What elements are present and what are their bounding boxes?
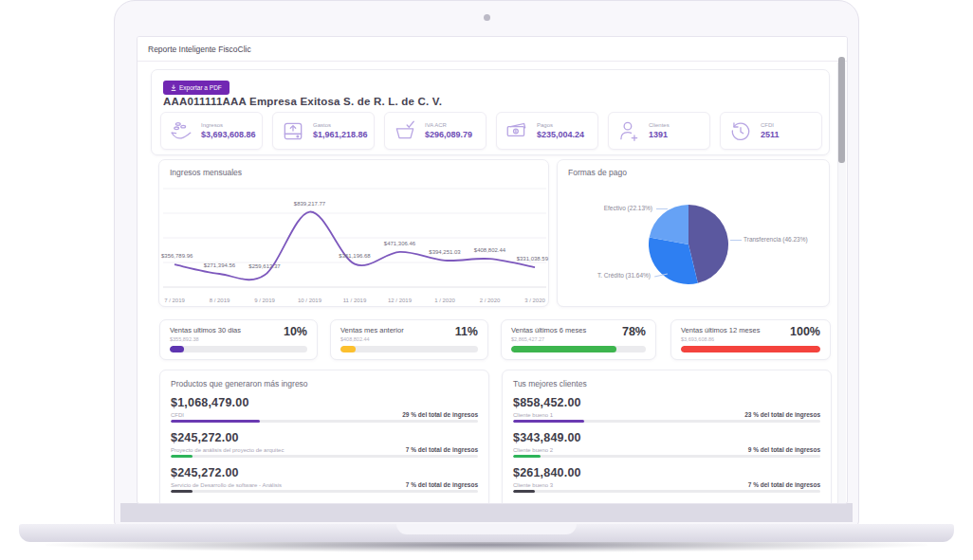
list-item: $261,840.00 Cliente bueno 3 7 % del tota… [513,466,820,493]
item-amount: $192,854.00 [171,501,478,504]
list-item: $245,272.00 Proyecto de análisis del pro… [171,431,478,458]
kpi-value: 2511 [761,130,780,139]
kpi-row: Ingresos $3,693,608.86 Gastos $1,961,218… [160,112,822,150]
progress-fill [681,346,820,352]
point-label: $331,038.59 [517,256,549,262]
pie-label-efectivo: Efectivo (22.13%) [604,205,652,211]
item-share: 23 % del total de ingresos [744,411,820,418]
item-bar-fill [171,420,260,423]
kpi-label: Pagos [537,122,584,128]
laptop-base [19,524,954,542]
progress-fill [511,346,616,352]
kpi-value: 1391 [649,130,670,139]
sales-card-percent: 11% [455,325,478,338]
kpi-value: $3,693,608.86 [201,130,256,139]
page-title: Reporte Inteligente FiscoClic [148,45,251,54]
point-label: $839,217.77 [294,201,326,207]
kpi-value: $235,004.24 [537,130,584,139]
download-icon [171,84,176,91]
progress-fill [340,346,356,352]
point-label: $259,613.37 [248,263,281,269]
basket-check-icon [393,118,417,143]
kpi-label: IVA ACR [425,122,472,128]
x-axis-label: 1 / 2020 [434,298,455,303]
item-bar-track [513,455,820,458]
pie-leader-line [656,208,668,209]
kpi-pagos: Pagos $235,004.24 [496,112,598,150]
item-amount: $146,848.00 [513,501,820,504]
item-share: 7 % del total de ingresos [748,481,820,488]
x-axis-label: 12 / 2019 [388,298,413,303]
sales-card-percent: 78% [622,325,646,338]
item-label: Servicio de Desarrollo de software - Aná… [171,482,282,488]
kpi-label: Gastos [313,122,368,128]
pie-label-tcredito: T. Crédito (31.64%) [597,272,651,279]
payment-methods-chart-card: Formas de pago Efectivo (22.13%) Transfe… [557,159,830,307]
point-label: $408,802.44 [474,247,506,253]
point-label: $356,789.96 [161,253,193,259]
progress-track [170,346,307,352]
sales-30-days-card: Ventas ultimos 30 dias 10% $355,892.38 [159,319,318,360]
x-axis-label: 3 / 2020 [524,298,545,303]
top-products-card: Productos que generaron más ingreso $1,0… [159,370,489,504]
item-label: CFDI [171,412,184,418]
item-bar-track [171,455,478,458]
x-axis-label: 10 / 2019 [298,298,322,303]
sales-card-percent: 10% [284,325,307,338]
summary-card: Exportar a PDF AAA011111AAA Empresa Exit… [151,69,830,155]
item-bar-track [171,420,478,423]
item-amount: $1,068,479.00 [171,396,478,409]
kpi-ingresos: Ingresos $3,693,608.86 [160,112,263,150]
item-bar-fill [513,490,535,493]
export-pdf-button[interactable]: Exportar a PDF [163,81,229,95]
person-add-icon [616,118,641,143]
item-amount: $261,840.00 [513,466,820,479]
scrollbar-thumb[interactable] [838,57,845,163]
kpi-clientes: Clientes 1391 [608,112,710,150]
hand-coins-icon [169,118,193,143]
item-bar-track [513,490,820,493]
list-item: $192,854.00 [171,501,478,504]
list-item: $1,068,479.00 CFDI 29 % del total de ing… [171,396,478,423]
kpi-label: CFDI [761,122,780,128]
progress-track [511,346,646,352]
item-bar-fill [171,455,193,458]
monthly-income-chart-card: Ingresos mensuales $356,789.96$271,394.5… [158,159,549,307]
item-share: 29 % del total de ingresos [402,411,478,418]
item-bar-fill [171,490,193,493]
laptop-notch [396,524,577,534]
cash-icon [505,118,529,143]
list-item: $245,272.00 Servicio de Desarrollo de so… [171,466,478,493]
income-line-series [174,211,535,280]
kpi-value: $1,961,218.86 [313,130,368,139]
kpi-label: Clientes [649,122,670,128]
app-window: Reporte Inteligente FiscoClic Exportar a… [137,36,848,504]
item-bar-fill [513,420,584,423]
laptop-lid: Reporte Inteligente FiscoClic Exportar a… [114,0,859,527]
kpi-iva-acr: IVA ACR $296,089.79 [384,112,486,150]
x-axis-label: 9 / 2019 [254,298,275,303]
item-amount: $343,849.00 [513,431,820,444]
item-label: Cliente bueno 2 [513,447,553,453]
x-axis-label: 11 / 2019 [343,298,367,303]
item-amount: $858,452.00 [513,396,820,409]
x-axis-label: 7 / 2019 [164,298,185,303]
top-clients-card: Tus mejores clientes $858,452.00 Cliente… [502,370,832,504]
company-name: AAA011111AAA Empresa Exitosa S. de R. L.… [163,96,442,107]
app-header: Reporte Inteligente FiscoClic [138,37,847,62]
sales-6-months-card: Ventas últimos 6 meses 78% $2,865,427.27 [501,319,656,360]
progress-fill [170,346,184,352]
item-label: Cliente bueno 1 [513,412,553,418]
progress-track [340,346,478,352]
line-chart: $356,789.96$271,394.56$259,613.37$839,21… [159,160,550,308]
list-item: $343,849.00 Cliente bueno 2 9 % del tota… [513,431,820,458]
item-label: Cliente bueno 3 [513,482,553,488]
pie-leader-line [730,240,742,241]
list-title: Tus mejores clientes [513,379,820,388]
list-item: $146,848.00 [513,501,820,504]
kpi-gastos: Gastos $1,961,218.86 [272,112,375,150]
x-axis-label: 2 / 2020 [480,298,501,303]
list-item: $858,452.00 Cliente bueno 1 23 % del tot… [513,396,820,423]
item-bar-track [171,490,478,493]
laptop-camera [484,14,490,21]
